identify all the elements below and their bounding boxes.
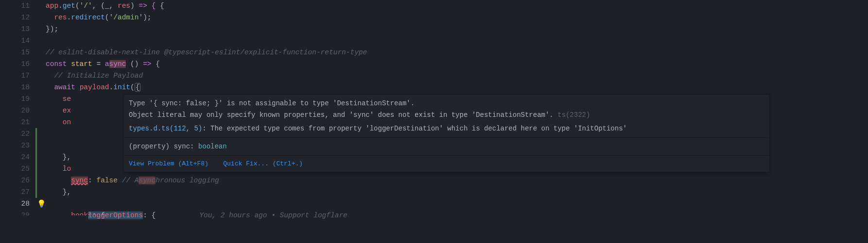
error-code: ts(2322): [557, 111, 590, 119]
token: lo: [63, 165, 71, 173]
line-number: 23: [9, 140, 30, 151]
token: payload: [80, 83, 109, 91]
gutter-margin: [0, 0, 9, 243]
error-message-line: Object literal may only specify known pr…: [129, 111, 554, 119]
token: },: [63, 188, 71, 196]
line-number: 27: [9, 186, 30, 198]
line-number: 13: [9, 23, 30, 35]
code-line[interactable]: const start = async () => {: [46, 58, 868, 70]
code-line[interactable]: // eslint-disable-next-line @typescript-…: [46, 47, 868, 58]
token-error: sync: [71, 177, 88, 184]
token: });: [46, 25, 58, 33]
line-number: 11: [9, 0, 30, 12]
line-number: 28: [9, 198, 30, 210]
line-number: 22: [9, 128, 30, 140]
signature-type: boolean: [198, 143, 227, 150]
comment: // Initialize Payload: [54, 72, 143, 80]
token: '/admin': [109, 14, 143, 21]
line-number: 17: [9, 70, 30, 81]
code-line[interactable]: app.get('/', (_, res) => { {: [46, 0, 868, 12]
token: await: [54, 83, 75, 91]
code-line[interactable]: sync: false // Asynchronous logging: [46, 175, 868, 186]
related-location[interactable]: (112, 5): [170, 125, 202, 132]
line-number: 16: [9, 58, 30, 70]
signature-prefix: (property): [129, 143, 174, 150]
code-line[interactable]: hooks: {: [46, 210, 868, 215]
token: app: [46, 2, 58, 10]
code-line[interactable]: },: [46, 186, 868, 198]
code-line[interactable]: res.redirect('/admin');: [46, 12, 868, 23]
code-line[interactable]: });: [46, 23, 868, 35]
line-number: 20: [9, 105, 30, 116]
code-area[interactable]: app.get('/', (_, res) => { { res.redirec…: [37, 0, 868, 243]
line-number: 25: [9, 163, 30, 175]
token: => {: [139, 2, 156, 10]
hover-actions: View Problem (Alt+F8) Quick Fix... (Ctrl…: [124, 156, 769, 172]
hover-widget: Type '{ sync: false; }' is not assignabl…: [123, 94, 770, 172]
line-number: 14: [9, 35, 30, 47]
signature-name: sync: [174, 143, 190, 150]
related-file-link[interactable]: types.d.ts: [129, 125, 170, 132]
code-line[interactable]: // Initialize Payload: [46, 70, 868, 81]
token: redirect: [71, 14, 105, 21]
token: on: [63, 118, 71, 126]
token: res: [54, 14, 67, 21]
related-message: : The expected type comes from property …: [202, 125, 627, 132]
line-number-gutter: 11 12 13 14 15 16 17 18 19 20 21 22 23 2…: [9, 0, 35, 243]
hover-signature-section: (property) sync: boolean: [124, 138, 769, 156]
view-problem-link[interactable]: View Problem (Alt+F8): [129, 160, 208, 167]
token: res: [118, 2, 130, 10]
line-number: 26: [9, 175, 30, 186]
token: '/': [80, 2, 92, 10]
code-line[interactable]: 💡 loggerOptions: {You, 2 hours ago • Sup…: [46, 198, 868, 210]
token: se: [63, 95, 71, 103]
token: ex: [63, 107, 71, 114]
error-message-line: Type '{ sync: false; }' is not assignabl…: [129, 99, 415, 107]
token: start: [71, 60, 92, 68]
token: },: [63, 153, 71, 161]
line-number: 12: [9, 12, 30, 23]
token: init: [113, 83, 130, 91]
token: const: [46, 60, 67, 68]
lightbulb-icon[interactable]: 💡: [37, 199, 46, 211]
line-number: 24: [9, 151, 30, 163]
hover-error-section: Type '{ sync: false; }' is not assignabl…: [124, 95, 769, 138]
editor-root: 11 12 13 14 15 16 17 18 19 20 21 22 23 2…: [0, 0, 868, 243]
quick-fix-link[interactable]: Quick Fix... (Ctrl+.): [223, 160, 303, 167]
line-number: 21: [9, 116, 30, 128]
line-number: 29: [9, 210, 30, 215]
token: _: [105, 2, 109, 10]
line-number: 18: [9, 81, 30, 93]
token: false: [96, 177, 118, 184]
line-number: 15: [9, 47, 30, 58]
comment: // eslint-disable-next-line @typescript-…: [46, 49, 367, 56]
code-line[interactable]: [46, 35, 868, 47]
line-number: 19: [9, 93, 30, 105]
code-line[interactable]: await payload.init({: [46, 81, 868, 93]
comment-highlight: sync: [139, 177, 156, 184]
token: get: [63, 2, 75, 10]
